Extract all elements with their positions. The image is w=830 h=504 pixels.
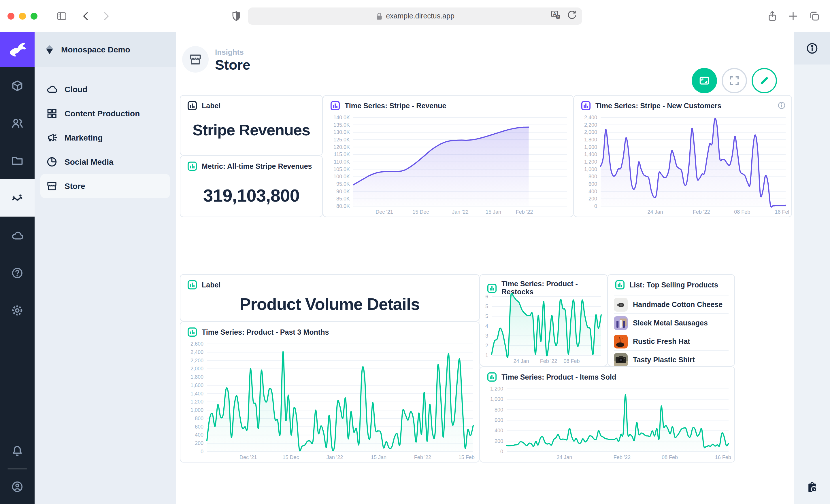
svg-text:Feb '22: Feb '22: [414, 455, 431, 460]
svg-text:800: 800: [494, 407, 503, 413]
svg-text:15 Dec: 15 Dec: [412, 209, 429, 215]
svg-text:24 Jan: 24 Jan: [556, 455, 572, 460]
module-users[interactable]: [0, 104, 35, 142]
sidebar-item-cloud[interactable]: Cloud: [40, 77, 170, 101]
svg-text:600: 600: [494, 417, 503, 423]
panel-icon: [615, 280, 625, 290]
fullscreen-button[interactable]: [722, 68, 747, 93]
list-item[interactable]: Rustic Fresh Hat: [614, 332, 729, 350]
sidebar-info-section[interactable]: [794, 32, 830, 65]
present-mode-button[interactable]: [692, 68, 717, 93]
dashboard-page: Insights Store Label Stripe Revenues Met…: [176, 32, 794, 504]
product-items-sold-chart: 1,2001,000800600400200024 JanFeb '2208 F…: [482, 385, 732, 461]
svg-text:1,200: 1,200: [584, 159, 597, 165]
panel-icon: [187, 161, 197, 171]
translate-icon[interactable]: A文: [550, 9, 562, 21]
label-text: Product Volume Details: [181, 295, 479, 314]
panel-header-text: Metric: All-time Stripe Revenues: [202, 162, 312, 170]
svg-text:0: 0: [500, 449, 503, 455]
list-item[interactable]: Handmade Cotton Cheese: [614, 295, 729, 313]
svg-text:1,600: 1,600: [584, 144, 597, 150]
address-bar[interactable]: example.directus.app A文: [248, 7, 582, 25]
svg-text:2,000: 2,000: [584, 129, 597, 135]
pie-chart-icon: [46, 156, 58, 168]
svg-text:Dec '21: Dec '21: [240, 455, 257, 460]
panel-header-text: Label: [202, 281, 220, 289]
svg-text:100.0K: 100.0K: [333, 174, 350, 179]
activity-log-button[interactable]: [806, 481, 819, 496]
panel-metric-stripe[interactable]: Metric: All-time Stripe Revenues 319,103…: [180, 156, 323, 217]
svg-text:24 Jan: 24 Jan: [647, 209, 663, 215]
forward-icon[interactable]: [99, 9, 113, 23]
module-settings[interactable]: [0, 292, 35, 329]
zoom-window-button[interactable]: [31, 13, 37, 20]
panel-header-text: Time Series: Stripe - New Customers: [596, 102, 721, 110]
user-menu-button[interactable]: [0, 473, 35, 501]
panel-icon: [187, 280, 197, 290]
sidebar-item-store[interactable]: Store: [40, 174, 170, 198]
metric-value: 319,103,800: [181, 186, 322, 206]
panel-info-icon[interactable]: [777, 101, 786, 112]
module-content[interactable]: [0, 67, 35, 104]
panel-label-stripe[interactable]: Label Stripe Revenues: [180, 95, 323, 156]
close-window-button[interactable]: [7, 13, 14, 20]
list-item[interactable]: Tasty Plastic Shirt: [614, 350, 729, 369]
product-restocks-chart: 655432124 JanFeb '2208 Feb: [482, 293, 605, 365]
svg-text:2: 2: [485, 343, 488, 348]
product-name: Handmade Cotton Cheese: [633, 300, 723, 308]
svg-text:Dec '21: Dec '21: [376, 209, 393, 215]
svg-text:Feb '22: Feb '22: [693, 209, 710, 215]
label-text: Stripe Revenues: [181, 122, 322, 139]
panel-top-selling-products[interactable]: List: Top Selling Products Handmade Cott…: [608, 274, 735, 366]
panel-product-items-sold[interactable]: Time Series: Product - Items Sold 1,2001…: [480, 366, 735, 463]
browser-toolbar: example.directus.app A文: [0, 0, 830, 32]
storefront-icon: [189, 53, 202, 66]
product-name: Sleek Metal Sausages: [633, 319, 708, 327]
svg-text:1,000: 1,000: [490, 396, 503, 402]
module-insights[interactable]: [0, 179, 35, 216]
privacy-shield-icon[interactable]: [229, 9, 243, 23]
svg-text:5: 5: [485, 304, 488, 309]
minimize-window-button[interactable]: [19, 13, 26, 20]
panel-product-past-3-months[interactable]: Time Series: Product - Past 3 Months 2,6…: [180, 322, 480, 463]
svg-text:85.0K: 85.0K: [336, 196, 350, 202]
reload-icon[interactable]: [566, 9, 578, 21]
panel-icon: [581, 101, 591, 110]
edit-dashboard-button[interactable]: [752, 68, 777, 93]
svg-text:1,000: 1,000: [191, 407, 203, 413]
sidebar-item-label: Cloud: [65, 85, 87, 94]
panel-stripe-new-customers[interactable]: Time Series: Stripe - New Customers 2,40…: [574, 95, 792, 217]
notifications-button[interactable]: [0, 437, 35, 465]
svg-text:Jan '22: Jan '22: [326, 455, 343, 460]
module-cloud[interactable]: [0, 216, 35, 254]
megaphone-icon: [46, 132, 58, 143]
back-icon[interactable]: [79, 9, 93, 23]
panel-stripe-revenue[interactable]: Time Series: Stripe - Revenue 140.0K135.…: [323, 95, 574, 217]
directus-logo[interactable]: [0, 32, 35, 67]
svg-text:1,200: 1,200: [490, 386, 503, 392]
share-icon[interactable]: [765, 9, 779, 23]
module-files[interactable]: [0, 142, 35, 179]
new-tab-icon[interactable]: [786, 9, 800, 23]
svg-text:130.0K: 130.0K: [333, 129, 350, 135]
sidebar-item-social-media[interactable]: Social Media: [40, 150, 170, 174]
sidebar-toggle-icon[interactable]: [55, 9, 69, 23]
svg-text:1,400: 1,400: [584, 152, 597, 157]
tab-overview-icon[interactable]: [807, 9, 821, 23]
svg-text:125.0K: 125.0K: [333, 137, 350, 142]
stripe-new-customers-chart: 2,4002,2002,0001,8001,6001,4001,2001,000…: [576, 114, 789, 215]
svg-text:1,000: 1,000: [584, 166, 597, 172]
sidebar-item-marketing[interactable]: Marketing: [40, 126, 170, 150]
svg-text:Jan '22: Jan '22: [452, 209, 468, 215]
module-help[interactable]: [0, 254, 35, 292]
breadcrumb[interactable]: Insights: [215, 48, 244, 57]
project-header[interactable]: Monospace Demo: [35, 32, 176, 67]
panel-product-restocks[interactable]: Time Series: Product - Restocks 65543212…: [480, 274, 608, 366]
panel-label-product[interactable]: Label Product Volume Details: [180, 274, 480, 322]
list-item[interactable]: Sleek Metal Sausages: [614, 313, 729, 332]
sidebar-item-content-production[interactable]: Content Production: [40, 101, 170, 126]
product-name: Tasty Plastic Shirt: [633, 356, 695, 364]
svg-text:2,400: 2,400: [191, 349, 203, 355]
svg-text:Feb '22: Feb '22: [613, 455, 631, 460]
svg-text:2,400: 2,400: [584, 114, 597, 121]
